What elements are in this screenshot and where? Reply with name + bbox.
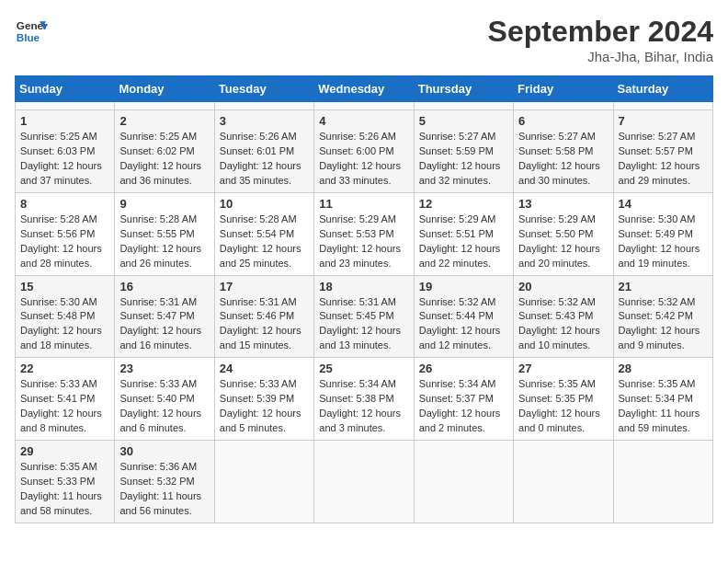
calendar-cell: [314, 102, 414, 110]
day-number: 24: [220, 362, 309, 375]
logo-icon: General Blue: [15, 15, 48, 48]
day-number: 26: [419, 362, 508, 375]
day-number: 2: [119, 114, 209, 128]
day-info: Sunrise: 5:29 AM Sunset: 5:53 PM Dayligh…: [319, 213, 408, 271]
calendar-cell: [115, 102, 214, 110]
calendar-cell: 27Sunrise: 5:35 AM Sunset: 5:35 PM Dayli…: [514, 358, 613, 441]
title-block: September 2024 Jha-Jha, Bihar, India: [488, 15, 713, 64]
day-number: 3: [220, 114, 309, 128]
calendar-cell: [613, 102, 712, 110]
page-header: General Blue September 2024 Jha-Jha, Bih…: [15, 15, 713, 64]
calendar-cell: 3Sunrise: 5:26 AM Sunset: 6:01 PM Daylig…: [214, 110, 313, 193]
day-info: Sunrise: 5:33 AM Sunset: 5:41 PM Dayligh…: [20, 377, 109, 436]
day-number: 19: [419, 280, 508, 293]
day-number: 11: [319, 197, 408, 211]
calendar-cell: [314, 441, 414, 523]
day-info: Sunrise: 5:34 AM Sunset: 5:37 PM Dayligh…: [419, 377, 508, 436]
calendar-cell: 10Sunrise: 5:28 AM Sunset: 5:54 PM Dayli…: [214, 192, 313, 275]
day-info: Sunrise: 5:33 AM Sunset: 5:40 PM Dayligh…: [119, 377, 209, 436]
day-number: 23: [119, 362, 209, 375]
day-info: Sunrise: 5:32 AM Sunset: 5:44 PM Dayligh…: [419, 295, 508, 354]
location: Jha-Jha, Bihar, India: [488, 49, 713, 64]
calendar-cell: 28Sunrise: 5:35 AM Sunset: 5:34 PM Dayli…: [613, 358, 712, 441]
calendar-cell: 12Sunrise: 5:29 AM Sunset: 5:51 PM Dayli…: [414, 192, 513, 275]
day-info: Sunrise: 5:29 AM Sunset: 5:51 PM Dayligh…: [419, 213, 508, 271]
calendar-cell: [514, 441, 613, 523]
svg-text:Blue: Blue: [17, 31, 40, 43]
day-info: Sunrise: 5:27 AM Sunset: 5:58 PM Dayligh…: [518, 130, 608, 189]
month-title: September 2024: [488, 15, 713, 49]
day-number: 22: [20, 362, 109, 375]
calendar-cell: 13Sunrise: 5:29 AM Sunset: 5:50 PM Dayli…: [514, 192, 613, 275]
day-info: Sunrise: 5:32 AM Sunset: 5:43 PM Dayligh…: [518, 295, 608, 354]
calendar-cell: 17Sunrise: 5:31 AM Sunset: 5:46 PM Dayli…: [214, 275, 313, 358]
calendar-cell: 5Sunrise: 5:27 AM Sunset: 5:59 PM Daylig…: [414, 110, 513, 193]
calendar-week-4: 15Sunrise: 5:30 AM Sunset: 5:48 PM Dayli…: [16, 275, 713, 358]
calendar-cell: 14Sunrise: 5:30 AM Sunset: 5:49 PM Dayli…: [613, 192, 712, 275]
day-info: Sunrise: 5:28 AM Sunset: 5:55 PM Dayligh…: [119, 213, 209, 271]
weekday-header-row: SundayMondayTuesdayWednesdayThursdayFrid…: [16, 76, 713, 102]
weekday-header-monday: Monday: [115, 76, 214, 102]
day-info: Sunrise: 5:31 AM Sunset: 5:47 PM Dayligh…: [119, 295, 209, 354]
day-info: Sunrise: 5:26 AM Sunset: 6:00 PM Dayligh…: [319, 130, 408, 189]
day-number: 10: [220, 197, 309, 211]
weekday-header-friday: Friday: [514, 76, 613, 102]
day-info: Sunrise: 5:25 AM Sunset: 6:03 PM Dayligh…: [20, 130, 109, 189]
calendar-cell: 4Sunrise: 5:26 AM Sunset: 6:00 PM Daylig…: [314, 110, 414, 193]
weekday-header-sunday: Sunday: [16, 76, 115, 102]
calendar-cell: [514, 102, 613, 110]
calendar-cell: 6Sunrise: 5:27 AM Sunset: 5:58 PM Daylig…: [514, 110, 613, 193]
calendar-cell: 26Sunrise: 5:34 AM Sunset: 5:37 PM Dayli…: [414, 358, 513, 441]
day-number: 17: [220, 280, 309, 293]
calendar-cell: [214, 102, 313, 110]
day-number: 8: [20, 197, 109, 211]
day-info: Sunrise: 5:30 AM Sunset: 5:49 PM Dayligh…: [619, 213, 708, 271]
day-info: Sunrise: 5:26 AM Sunset: 6:01 PM Dayligh…: [220, 130, 309, 189]
day-number: 12: [419, 197, 508, 211]
day-info: Sunrise: 5:29 AM Sunset: 5:50 PM Dayligh…: [518, 213, 608, 271]
day-info: Sunrise: 5:32 AM Sunset: 5:42 PM Dayligh…: [619, 295, 708, 354]
day-info: Sunrise: 5:35 AM Sunset: 5:34 PM Dayligh…: [619, 377, 708, 436]
calendar-cell: [214, 441, 313, 523]
calendar-week-2: 1Sunrise: 5:25 AM Sunset: 6:03 PM Daylig…: [16, 110, 713, 193]
day-number: 20: [518, 280, 608, 293]
calendar-cell: [16, 102, 115, 110]
day-number: 4: [319, 114, 408, 128]
calendar-cell: 23Sunrise: 5:33 AM Sunset: 5:40 PM Dayli…: [115, 358, 214, 441]
day-number: 30: [119, 444, 209, 458]
calendar-cell: 8Sunrise: 5:28 AM Sunset: 5:56 PM Daylig…: [16, 192, 115, 275]
calendar-cell: 19Sunrise: 5:32 AM Sunset: 5:44 PM Dayli…: [414, 275, 513, 358]
calendar-cell: [414, 102, 513, 110]
calendar-week-3: 8Sunrise: 5:28 AM Sunset: 5:56 PM Daylig…: [16, 192, 713, 275]
calendar-cell: 7Sunrise: 5:27 AM Sunset: 5:57 PM Daylig…: [613, 110, 712, 193]
calendar-cell: 16Sunrise: 5:31 AM Sunset: 5:47 PM Dayli…: [115, 275, 214, 358]
calendar-cell: 1Sunrise: 5:25 AM Sunset: 6:03 PM Daylig…: [16, 110, 115, 193]
day-number: 6: [518, 114, 608, 128]
day-info: Sunrise: 5:27 AM Sunset: 5:57 PM Dayligh…: [619, 130, 708, 189]
calendar-week-1: [16, 102, 713, 110]
day-info: Sunrise: 5:35 AM Sunset: 5:35 PM Dayligh…: [518, 377, 608, 436]
weekday-header-tuesday: Tuesday: [214, 76, 313, 102]
calendar-week-5: 22Sunrise: 5:33 AM Sunset: 5:41 PM Dayli…: [16, 358, 713, 441]
calendar-cell: 22Sunrise: 5:33 AM Sunset: 5:41 PM Dayli…: [16, 358, 115, 441]
day-number: 9: [119, 197, 209, 211]
calendar-cell: 30Sunrise: 5:36 AM Sunset: 5:32 PM Dayli…: [115, 441, 214, 523]
calendar-cell: [613, 441, 712, 523]
calendar-week-6: 29Sunrise: 5:35 AM Sunset: 5:33 PM Dayli…: [16, 441, 713, 523]
calendar-cell: 21Sunrise: 5:32 AM Sunset: 5:42 PM Dayli…: [613, 275, 712, 358]
calendar-cell: 25Sunrise: 5:34 AM Sunset: 5:38 PM Dayli…: [314, 358, 414, 441]
day-number: 18: [319, 280, 408, 293]
day-info: Sunrise: 5:31 AM Sunset: 5:45 PM Dayligh…: [319, 295, 408, 354]
day-number: 7: [619, 114, 708, 128]
calendar-cell: [414, 441, 513, 523]
day-info: Sunrise: 5:36 AM Sunset: 5:32 PM Dayligh…: [119, 460, 209, 519]
day-number: 21: [619, 280, 708, 293]
day-info: Sunrise: 5:27 AM Sunset: 5:59 PM Dayligh…: [419, 130, 508, 189]
day-info: Sunrise: 5:25 AM Sunset: 6:02 PM Dayligh…: [119, 130, 209, 189]
day-number: 16: [119, 280, 209, 293]
calendar-cell: 20Sunrise: 5:32 AM Sunset: 5:43 PM Dayli…: [514, 275, 613, 358]
day-info: Sunrise: 5:34 AM Sunset: 5:38 PM Dayligh…: [319, 377, 408, 436]
day-number: 15: [20, 280, 109, 293]
calendar-cell: 24Sunrise: 5:33 AM Sunset: 5:39 PM Dayli…: [214, 358, 313, 441]
day-info: Sunrise: 5:33 AM Sunset: 5:39 PM Dayligh…: [220, 377, 309, 436]
